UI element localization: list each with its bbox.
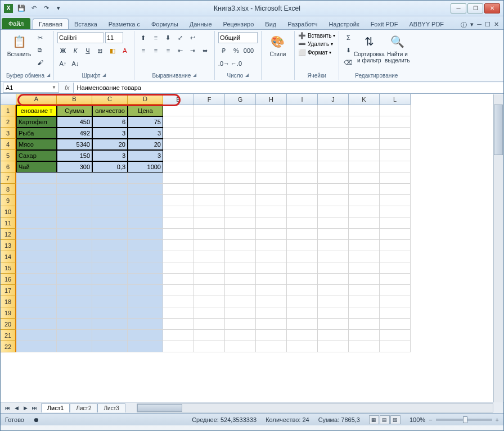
border-button[interactable]: ⊞ — [94, 45, 106, 56]
cell-D18[interactable] — [128, 296, 163, 307]
cell-A22[interactable] — [16, 341, 57, 352]
cell-I15[interactable] — [287, 262, 318, 274]
number-dialog-icon[interactable]: ◢ — [245, 72, 249, 79]
cell-J19[interactable] — [318, 307, 349, 319]
cell-C8[interactable] — [92, 184, 128, 195]
cell-J1[interactable] — [318, 105, 349, 116]
underline-button[interactable]: Ч — [82, 45, 93, 56]
cell-E17[interactable] — [163, 285, 194, 296]
cell-F11[interactable] — [194, 217, 225, 229]
cell-C12[interactable] — [92, 229, 128, 240]
sheet-tab-2[interactable]: Лист2 — [70, 403, 97, 412]
minimize-ribbon-icon[interactable]: ▾ — [470, 21, 474, 29]
cell-I19[interactable] — [287, 307, 318, 319]
cell-G19[interactable] — [225, 307, 256, 319]
cell-E12[interactable] — [163, 229, 194, 240]
cell-G5[interactable] — [225, 150, 256, 161]
cell-E5[interactable] — [163, 150, 194, 161]
align-center-button[interactable]: ≡ — [150, 45, 161, 56]
cell-K17[interactable] — [349, 285, 380, 296]
cell-K4[interactable] — [349, 139, 380, 150]
autosum-button[interactable]: Σ — [343, 32, 354, 43]
redo-button[interactable]: ↷ — [41, 3, 51, 13]
col-header-J[interactable]: J — [318, 94, 349, 105]
cell-A14[interactable] — [16, 251, 57, 262]
tab-nav-last[interactable]: ⏭ — [30, 403, 39, 412]
cell-L17[interactable] — [380, 285, 411, 296]
font-size-select[interactable] — [105, 32, 123, 43]
cell-L12[interactable] — [380, 229, 411, 240]
increase-indent-button[interactable]: ⇥ — [187, 45, 199, 56]
cell-K7[interactable] — [349, 173, 380, 184]
cell-I12[interactable] — [287, 229, 318, 240]
cell-B3[interactable]: 492 — [57, 128, 92, 139]
cell-H9[interactable] — [256, 195, 287, 206]
font-dialog-icon[interactable]: ◢ — [102, 72, 106, 79]
cell-H20[interactable] — [256, 319, 287, 330]
cell-J4[interactable] — [318, 139, 349, 150]
col-header-B[interactable]: B — [57, 94, 92, 105]
cell-G8[interactable] — [225, 184, 256, 195]
cell-C16[interactable] — [92, 274, 128, 285]
cell-K13[interactable] — [349, 240, 380, 251]
tab-addins[interactable]: Надстройк — [323, 19, 364, 29]
row-header-9[interactable]: 9 — [1, 195, 16, 206]
align-top-button[interactable]: ⬆ — [138, 32, 149, 43]
row-header-10[interactable]: 10 — [1, 206, 16, 217]
cell-J20[interactable] — [318, 319, 349, 330]
cell-G22[interactable] — [225, 341, 256, 352]
cell-B12[interactable] — [57, 229, 92, 240]
cut-button[interactable]: ✂ — [34, 32, 46, 43]
cell-L14[interactable] — [380, 251, 411, 262]
cell-D1[interactable]: Цена — [128, 105, 163, 116]
find-select-button[interactable]: 🔍 Найти и выделить — [384, 32, 410, 65]
cell-E14[interactable] — [163, 251, 194, 262]
tab-data[interactable]: Данные — [184, 19, 218, 29]
cell-J8[interactable] — [318, 184, 349, 195]
merge-button[interactable]: ⬌ — [200, 45, 211, 56]
doc-close-icon[interactable]: ✕ — [494, 21, 499, 29]
cell-E8[interactable] — [163, 184, 194, 195]
cell-G4[interactable] — [225, 139, 256, 150]
row-header-20[interactable]: 20 — [1, 319, 16, 330]
row-header-19[interactable]: 19 — [1, 307, 16, 319]
cell-F14[interactable] — [194, 251, 225, 262]
clear-button[interactable]: ⌫ — [343, 57, 354, 68]
cell-G15[interactable] — [225, 262, 256, 274]
cell-D10[interactable] — [128, 206, 163, 217]
delete-cells-button[interactable]: ➖Удалить▾ — [298, 40, 333, 48]
cell-J9[interactable] — [318, 195, 349, 206]
name-box[interactable]: A1▼ — [3, 83, 59, 93]
cell-L7[interactable] — [380, 173, 411, 184]
cell-L6[interactable] — [380, 161, 411, 173]
cell-H2[interactable] — [256, 116, 287, 128]
paste-button[interactable]: 📋 Вставить — [6, 32, 32, 58]
cell-G1[interactable] — [225, 105, 256, 116]
align-left-button[interactable]: ≡ — [138, 45, 149, 56]
increase-decimal-button[interactable]: .0→ — [218, 58, 230, 69]
cell-G13[interactable] — [225, 240, 256, 251]
cell-E22[interactable] — [163, 341, 194, 352]
row-header-6[interactable]: 6 — [1, 161, 16, 173]
copy-button[interactable]: ⧉ — [34, 44, 46, 56]
cell-E1[interactable] — [163, 105, 194, 116]
row-header-18[interactable]: 18 — [1, 296, 16, 307]
cell-A15[interactable] — [16, 262, 57, 274]
cell-J18[interactable] — [318, 296, 349, 307]
cell-A16[interactable] — [16, 274, 57, 285]
row-header-8[interactable]: 8 — [1, 184, 16, 195]
cell-H11[interactable] — [256, 217, 287, 229]
wrap-text-button[interactable]: ↩ — [187, 32, 199, 43]
cell-A1[interactable]: енование т — [16, 105, 57, 116]
cell-B20[interactable] — [57, 319, 92, 330]
tab-layout[interactable]: Разметка с — [103, 19, 146, 29]
fill-color-button[interactable]: ◧ — [107, 45, 118, 56]
undo-button[interactable]: ↶ — [29, 3, 39, 13]
cell-C11[interactable] — [92, 217, 128, 229]
cell-B19[interactable] — [57, 307, 92, 319]
row-header-15[interactable]: 15 — [1, 262, 16, 274]
cell-H16[interactable] — [256, 274, 287, 285]
cell-K19[interactable] — [349, 307, 380, 319]
tab-nav-prev[interactable]: ◀ — [12, 403, 21, 412]
tab-view[interactable]: Вид — [259, 19, 282, 29]
